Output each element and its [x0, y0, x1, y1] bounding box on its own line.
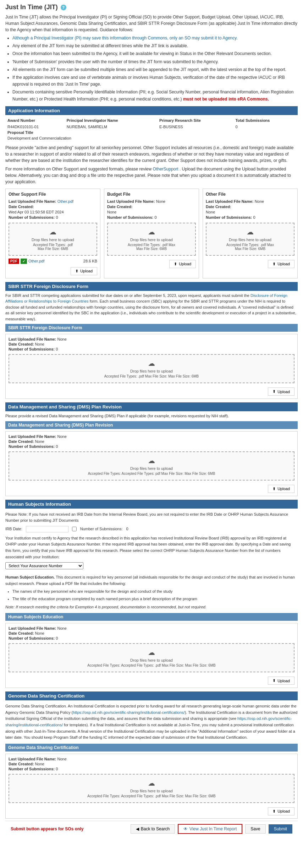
dms-last-uploaded: Last Uploaded File Name: None — [9, 434, 294, 439]
sbir-section-header: SBIR STTR Foreign Disclosure Form — [5, 282, 298, 291]
app-info-table: Award Number Principal Investigator Name… — [5, 117, 298, 141]
back-to-search-btn[interactable]: ◀ Back to Search — [131, 824, 175, 834]
eye-icon: 👁 — [183, 826, 188, 831]
other-support-description: Please provide "active and pending" supp… — [5, 145, 298, 185]
back-btn-label: Back to Search — [141, 826, 170, 831]
irb-date-row: IRB Date: Number of Submissions: 0 — [5, 526, 298, 532]
genome-policy-link1[interactable]: https://osp.od.nih.gov/scientific-sharin… — [73, 710, 185, 715]
drop-text: Drop files here to upload — [13, 369, 290, 373]
sbir-upload-btn[interactable]: ⬆ Upload — [268, 387, 294, 396]
award-number-value: R44DK010101-01 — [5, 124, 65, 130]
budget-upload-btn[interactable]: ⬆ Upload — [169, 260, 196, 268]
genome-submissions: Number of Submissions: 0 — [9, 767, 294, 771]
sbir-drop-zone[interactable]: ☁ Drop files here to upload Accepted Fil… — [9, 354, 294, 383]
irb-date-input[interactable] — [26, 526, 68, 532]
other-support-para1: Please provide "active and pending" supp… — [5, 145, 298, 164]
genome-subsection-header: Genome Data Sharing Certification — [5, 744, 298, 752]
genome-policy-link2[interactable]: https://osp.od.nih.gov/scientific-sharin… — [5, 716, 292, 727]
human-subj-edu-subsection-header: Human Subjects Education — [5, 613, 298, 621]
save-btn-label: Save — [250, 826, 260, 831]
submit-btn-label: Submit — [274, 826, 287, 831]
view-jit-report-btn[interactable]: 👁 View Just In Time Report — [178, 824, 242, 834]
sbir-submissions: Number of Submissions: 0 — [9, 347, 294, 351]
drop-text: Drop files here to upload — [13, 466, 290, 471]
clearfix: ⬆ Upload — [9, 806, 294, 815]
dms-file-type: Accepted File Types: Accepted File Types… — [13, 472, 290, 476]
file-name: Other.pdf — [28, 259, 44, 263]
human-subj-file-type: Accepted File Types: Accepted File Types… — [13, 663, 290, 667]
pdf-icon: PDF — [9, 259, 19, 264]
clearfix: ⬆ Upload — [9, 483, 294, 493]
drop-text: Drop files here to upload — [211, 238, 290, 242]
budget-last-uploaded: Last Uploaded File Name: None — [107, 199, 196, 204]
sbir-file-type: Accepted File Types: .pdf Max File Size:… — [13, 374, 290, 378]
sbir-foreign-link[interactable]: Disclosure of Foreign Affiliations or Re… — [5, 293, 287, 304]
assurance-select[interactable]: Select Your Assurance Number — [5, 562, 83, 569]
other-file-upload-btn[interactable]: ⬆ Upload — [268, 260, 294, 268]
drop-text: Drop files here to upload — [13, 658, 290, 662]
check-icon: ✓ — [21, 259, 27, 264]
intro-text: Just In Time (JIT) allows the Principal … — [5, 14, 298, 103]
human-subj-edu-panel: Last Uploaded File Name: None Date Creat… — [5, 623, 298, 688]
pi-name-value: NUREBAN, SAMRELM — [65, 124, 157, 130]
human-subj-submissions: Number of Submissions: 0 — [9, 636, 294, 640]
irb-paragraph: Your Institution must certify to Agency … — [5, 535, 298, 560]
genome-description: Genome Data Sharing Certification. An In… — [5, 703, 298, 741]
other-file-drop-zone[interactable]: ☁ Drop files here to upload Accepted Fil… — [206, 223, 294, 256]
dms-panel: Last Uploaded File Name: None Date Creat… — [5, 431, 298, 496]
irb-checkbox[interactable] — [72, 527, 77, 531]
human-subj-date-created: Date Created: None — [9, 631, 294, 635]
app-info-header: Application Information — [5, 106, 298, 115]
other-support-panel: Other Support File Last Uploaded File Na… — [5, 189, 100, 278]
genome-drop-zone[interactable]: ☁ Drop files here to upload Accepted Fil… — [9, 774, 294, 803]
other-support-file-link[interactable]: Other.pdf — [57, 199, 73, 204]
other-support-link[interactable]: OtherSupport — [153, 167, 178, 172]
budget-submissions: Number of Submissions: 0 — [107, 215, 196, 220]
budget-drop-zone[interactable]: ☁ Drop files here to upload Accepted Fil… — [107, 223, 196, 256]
dms-section-header: Data Management and Sharing (DMS) Plan R… — [5, 402, 298, 411]
other-file-submissions: Number of Submissions: 0 — [206, 215, 294, 220]
file-size: 28.6 KB — [83, 259, 97, 263]
submit-btn[interactable]: Submit — [269, 824, 292, 834]
genome-last-uploaded: Last Uploaded File Name: None — [9, 757, 294, 761]
intro-paragraph: Just In Time (JIT) allows the Principal … — [5, 15, 297, 32]
human-subj-upload-btn[interactable]: ⬆ Upload — [268, 677, 294, 685]
bullet-2: Any element of the JIT form may be submi… — [12, 43, 298, 49]
upload-cloud-icon: ☁ — [13, 456, 290, 465]
other-file-last-uploaded: Last Uploaded File Name: None — [206, 199, 294, 204]
proposal-title-value: Development and Commercialization — [5, 135, 298, 141]
dms-description: Please provide a revised Data Management… — [5, 413, 298, 419]
budget-date-value: None — [107, 210, 196, 215]
irb-submissions-label: Number of Submissions: — [80, 526, 123, 532]
other-support-file-item: PDF ✓ Other.pdf 28.6 KB — [9, 259, 97, 264]
upload-cloud-icon: ☁ — [13, 779, 290, 787]
save-btn[interactable]: Save — [245, 824, 265, 834]
help-icon[interactable]: ? — [61, 5, 66, 10]
dms-upload-btn[interactable]: ⬆ Upload — [268, 485, 294, 493]
other-file-panel-title: Other File — [206, 192, 294, 197]
clearfix: ⬆ Upload — [107, 259, 196, 268]
bullet-5: All elements on the JIT form can be subm… — [12, 66, 298, 73]
other-support-drop-zone[interactable]: ☁ Drop files here to upload Accepted Fil… — [9, 223, 97, 256]
view-btn-label: View Just In Time Report — [189, 826, 237, 831]
dms-subsection-header: Data Management and Sharing (DMS) Plan R… — [5, 421, 298, 429]
upload-btn-label: Upload — [277, 487, 290, 491]
human-subj-bullets: The names of the key personnel who are r… — [12, 588, 298, 602]
pi-link[interactable]: Although a Principal Investigator (PI) m… — [12, 36, 238, 40]
clearfix: ⬆ Upload — [9, 386, 294, 396]
other-support-upload-btn[interactable]: ⬆ Upload — [71, 267, 97, 275]
upload-btn-label: Upload — [277, 679, 290, 683]
genome-file-type: Accepted File Types: Accepted File Types… — [13, 794, 290, 798]
primary-site-header: Primary Research Site — [157, 117, 233, 124]
drop-text: Drop files here to upload — [112, 238, 191, 242]
human-subj-edu-text: Human Subject Education. This document i… — [5, 574, 298, 587]
dms-drop-zone[interactable]: ☁ Drop files here to upload Accepted Fil… — [9, 451, 294, 481]
sbir-subsection-header: SBIR STTR Foreign Disclosure Form — [5, 324, 298, 332]
other-file-date-value: None — [206, 210, 294, 215]
upload-icon: ⬆ — [174, 262, 177, 266]
clearfix: ⬆ Upload — [206, 259, 294, 268]
human-subj-drop-zone[interactable]: ☁ Drop files here to upload Accepted Fil… — [9, 643, 294, 672]
upload-icon: ⬆ — [272, 809, 276, 814]
genome-upload-btn[interactable]: ⬆ Upload — [268, 807, 294, 815]
upload-cloud-icon: ☁ — [13, 648, 290, 657]
